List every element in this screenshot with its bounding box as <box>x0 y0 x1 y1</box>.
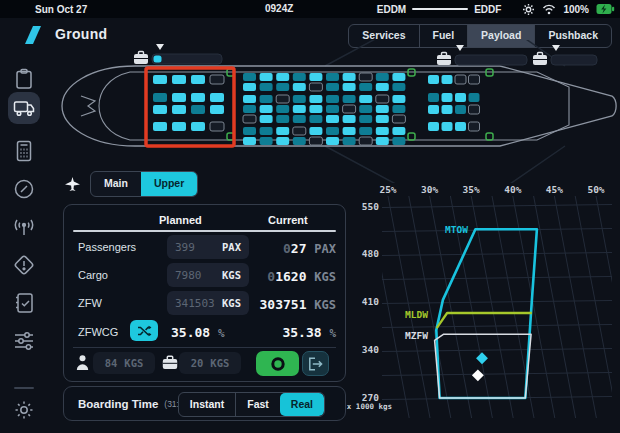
seat[interactable] <box>326 115 339 123</box>
bag-weight-input[interactable]: 20KGS <box>179 352 241 374</box>
seat[interactable] <box>376 115 389 123</box>
seat[interactable] <box>469 105 480 114</box>
seat[interactable] <box>326 83 339 91</box>
seat[interactable] <box>343 83 356 91</box>
seat[interactable] <box>243 73 256 81</box>
settings-gear-icon[interactable] <box>522 3 535 16</box>
filters-icon[interactable] <box>11 328 37 354</box>
cargo-slider[interactable] <box>134 44 222 64</box>
seat[interactable] <box>376 105 389 113</box>
seat[interactable] <box>243 95 256 103</box>
seat[interactable] <box>442 93 453 102</box>
seat[interactable] <box>469 75 480 84</box>
seat[interactable] <box>376 95 389 103</box>
seat[interactable] <box>376 137 389 145</box>
deck-main-button[interactable]: Main <box>91 172 141 196</box>
seat[interactable] <box>243 115 256 123</box>
cargo-planned-input[interactable]: 7980 KGS <box>167 263 249 287</box>
seat[interactable] <box>455 93 466 102</box>
boarding-instant-button[interactable]: Instant <box>179 393 235 416</box>
seat[interactable] <box>309 115 322 123</box>
boarding-real-button[interactable]: Real <box>280 393 324 416</box>
seat[interactable] <box>191 75 205 84</box>
seat[interactable] <box>309 83 322 91</box>
seat[interactable] <box>276 95 289 103</box>
seat[interactable] <box>455 75 466 84</box>
seat[interactable] <box>392 115 405 123</box>
radio-tower-icon[interactable] <box>11 214 37 240</box>
randomize-cg-button[interactable] <box>130 320 158 341</box>
seat[interactable] <box>469 93 480 102</box>
seat[interactable] <box>260 137 273 145</box>
cargo-slider[interactable] <box>437 45 527 65</box>
checklist-icon[interactable] <box>11 290 37 316</box>
seat[interactable] <box>343 73 356 81</box>
seat[interactable] <box>392 105 405 113</box>
seat[interactable] <box>276 127 289 135</box>
stop-boarding-button[interactable] <box>256 351 299 376</box>
boarding-fast-button[interactable]: Fast <box>235 393 280 416</box>
seat[interactable] <box>326 95 339 103</box>
seat[interactable] <box>326 137 339 145</box>
seat[interactable] <box>359 105 372 113</box>
seat[interactable] <box>172 93 186 102</box>
seat[interactable] <box>469 122 480 131</box>
seat[interactable] <box>260 115 273 123</box>
hazard-diamond-icon[interactable] <box>11 252 37 278</box>
seat[interactable] <box>153 105 167 114</box>
seat[interactable] <box>343 95 356 103</box>
seat[interactable] <box>392 95 405 103</box>
seat[interactable] <box>376 127 389 135</box>
seat[interactable] <box>376 73 389 81</box>
seat[interactable] <box>293 95 306 103</box>
seat[interactable] <box>172 75 186 84</box>
seat[interactable] <box>260 127 273 135</box>
seat[interactable] <box>326 105 339 113</box>
seat[interactable] <box>293 73 306 81</box>
seat[interactable] <box>153 93 167 102</box>
seat[interactable] <box>428 75 439 84</box>
seat[interactable] <box>392 83 405 91</box>
seat[interactable] <box>392 137 405 145</box>
seat[interactable] <box>210 75 224 84</box>
seat[interactable] <box>309 127 322 135</box>
seat[interactable] <box>309 73 322 81</box>
deboard-button[interactable] <box>302 351 329 376</box>
compass-icon[interactable] <box>11 176 37 202</box>
seat[interactable] <box>260 105 273 113</box>
seat[interactable] <box>276 137 289 145</box>
seat[interactable] <box>276 73 289 81</box>
seat[interactable] <box>428 105 439 114</box>
seat[interactable] <box>309 105 322 113</box>
seat[interactable] <box>243 83 256 91</box>
seat[interactable] <box>359 95 372 103</box>
seat[interactable] <box>343 137 356 145</box>
seat[interactable] <box>276 115 289 123</box>
seat[interactable] <box>359 83 372 91</box>
seat[interactable] <box>191 122 205 131</box>
seat[interactable] <box>309 95 322 103</box>
seat[interactable] <box>210 122 224 131</box>
seat[interactable] <box>359 115 372 123</box>
seat[interactable] <box>243 105 256 113</box>
seat[interactable] <box>442 105 453 114</box>
seat[interactable] <box>276 105 289 113</box>
seat[interactable] <box>172 122 186 131</box>
seat[interactable] <box>326 127 339 135</box>
seat[interactable] <box>428 122 439 131</box>
seat[interactable] <box>359 73 372 81</box>
seat[interactable] <box>293 83 306 91</box>
seat[interactable] <box>343 105 356 113</box>
pax-weight-input[interactable]: 84KGS <box>93 352 155 374</box>
deck-upper-button[interactable]: Upper <box>141 172 197 196</box>
clipboard-icon[interactable] <box>11 66 37 92</box>
seat[interactable] <box>153 75 167 84</box>
passengers-planned-input[interactable]: 399 PAX <box>167 235 249 259</box>
seat[interactable] <box>276 83 289 91</box>
seat[interactable] <box>243 127 256 135</box>
seat[interactable] <box>455 105 466 114</box>
seat[interactable] <box>442 122 453 131</box>
seat[interactable] <box>359 137 372 145</box>
seat[interactable] <box>172 105 186 114</box>
seat[interactable] <box>359 127 372 135</box>
